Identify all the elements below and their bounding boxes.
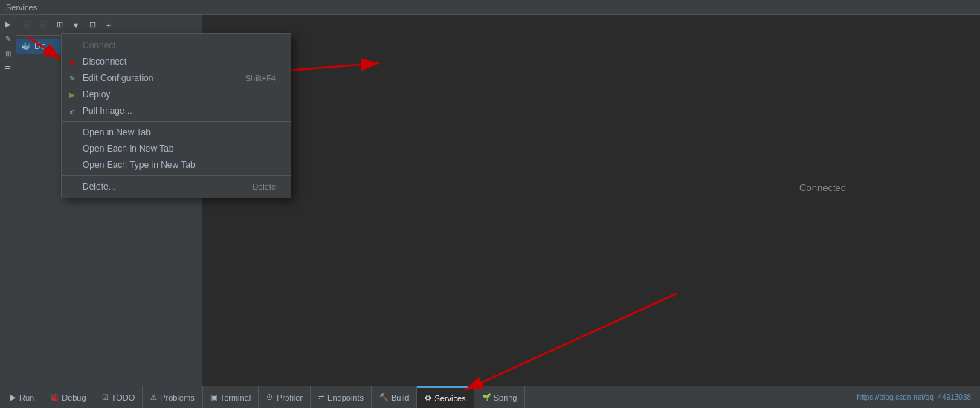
tab-problems-label: Problems <box>160 393 194 402</box>
todo-icon: ☑ <box>102 393 109 401</box>
tab-debug-label: Debug <box>62 393 86 402</box>
tab-problems[interactable]: ⚠ Problems <box>143 386 202 408</box>
left-toolbar-icon-2[interactable]: ✎ <box>2 33 14 45</box>
menu-separator-2 <box>62 175 291 176</box>
docker-icon: 🐳 <box>19 40 31 52</box>
debug-icon: 🐞 <box>50 393 59 401</box>
left-toolbar-icon-4[interactable]: ☰ <box>2 62 14 74</box>
menu-item-pull-label: Pull Image... <box>83 106 132 116</box>
left-toolbar-icon-1[interactable]: ▶ <box>2 18 14 30</box>
bottom-tabs: ▶ Run 🐞 Debug ☑ TODO ⚠ Problems ▣ Termin… <box>0 386 980 408</box>
services-toolbar-btn-3[interactable]: ⊞ <box>52 18 67 33</box>
build-icon: 🔨 <box>379 393 388 401</box>
services-toolbar-btn-2[interactable]: ☰ <box>36 18 51 33</box>
tab-todo[interactable]: ☑ TODO <box>94 386 144 408</box>
menu-item-edit-configuration[interactable]: ✎ Edit Configuration Shift+F4 <box>62 70 291 86</box>
services-toolbar-btn-4[interactable]: ▼ <box>68 18 83 33</box>
connect-icon <box>66 39 78 51</box>
tab-profiler[interactable]: ⏱ Profiler <box>259 386 311 408</box>
deploy-icon: ▶ <box>66 88 78 100</box>
tab-run[interactable]: ▶ Run <box>3 386 42 408</box>
services-toolbar-btn-6[interactable]: + <box>101 18 116 33</box>
pull-icon: ↙ <box>66 105 78 117</box>
tab-debug[interactable]: 🐞 Debug <box>42 386 94 408</box>
menu-item-delete-label: Delete... <box>83 181 116 192</box>
menu-item-connect[interactable]: Connect <box>62 37 291 54</box>
menu-item-pull-image[interactable]: ↙ Pull Image... <box>62 103 291 119</box>
menu-item-edit-label: Edit Configuration <box>83 73 153 83</box>
services-toolbar-btn-1[interactable]: ☰ <box>19 18 34 33</box>
disconnect-icon: ■ <box>66 56 78 68</box>
tab-build-label: Build <box>391 393 409 402</box>
menu-item-open-new-tab[interactable]: Open in New Tab <box>62 124 291 140</box>
title-bar: Services <box>0 0 980 15</box>
url-bar: https://blog.csdn.net/qq_44913038 <box>857 393 977 401</box>
endpoints-icon: ⇌ <box>318 393 324 401</box>
services-toolbar: ☰ ☰ ⊞ ▼ ⊡ + <box>16 15 202 36</box>
title-text: Services <box>6 3 37 12</box>
tab-endpoints-label: Endpoints <box>327 393 364 402</box>
tab-endpoints[interactable]: ⇌ Endpoints <box>311 386 372 408</box>
left-toolbar: ▶ ✎ ⊞ ☰ <box>0 15 16 386</box>
menu-item-disconnect[interactable]: ■ Disconnect <box>62 54 291 70</box>
menu-item-open-each-new-tab[interactable]: Open Each in New Tab <box>62 140 291 157</box>
spring-icon: 🌱 <box>482 393 491 401</box>
menu-item-deploy[interactable]: ▶ Deploy <box>62 86 291 103</box>
delete-icon <box>66 181 78 192</box>
left-toolbar-icon-3[interactable]: ⊞ <box>2 48 14 59</box>
tab-spring[interactable]: 🌱 Spring <box>474 386 526 408</box>
problems-icon: ⚠ <box>150 393 157 401</box>
connected-status: Connected <box>799 182 846 193</box>
tab-todo-label: TODO <box>112 393 135 402</box>
services-toolbar-btn-5[interactable]: ⊡ <box>85 18 100 33</box>
menu-item-delete[interactable]: Delete... Delete <box>62 178 291 195</box>
tab-terminal-label: Terminal <box>220 393 251 402</box>
tab-spring-label: Spring <box>494 393 518 402</box>
tree-item-label: Do <box>34 41 45 51</box>
menu-separator-1 <box>62 121 291 122</box>
menu-item-open-each-type-new-tab[interactable]: Open Each Type in New Tab <box>62 157 291 173</box>
profiler-icon: ⏱ <box>266 393 274 401</box>
main-content: Connected <box>202 15 980 386</box>
terminal-icon: ▣ <box>210 393 217 401</box>
menu-item-connect-label: Connect <box>83 40 116 51</box>
open-tab-icon <box>66 126 78 138</box>
tab-build[interactable]: 🔨 Build <box>372 386 417 408</box>
menu-item-open-each-type-label: Open Each Type in New Tab <box>83 160 196 170</box>
open-each-type-icon <box>66 159 78 171</box>
menu-item-disconnect-label: Disconnect <box>83 56 126 67</box>
tab-profiler-label: Profiler <box>277 393 303 402</box>
menu-item-open-new-tab-label: Open in New Tab <box>83 127 151 137</box>
tab-services[interactable]: ⚙ Services <box>417 386 474 408</box>
services-icon: ⚙ <box>425 394 431 402</box>
tab-services-label: Services <box>434 394 465 403</box>
context-menu: Connect ■ Disconnect ✎ Edit Configuratio… <box>61 33 291 198</box>
menu-item-open-each-label: Open Each in New Tab <box>83 143 174 154</box>
delete-shortcut: Delete <box>252 182 276 191</box>
edit-icon: ✎ <box>66 72 78 84</box>
run-icon: ▶ <box>10 393 16 401</box>
edit-shortcut: Shift+F4 <box>245 74 276 82</box>
menu-item-deploy-label: Deploy <box>83 89 110 100</box>
tab-terminal[interactable]: ▣ Terminal <box>203 386 259 408</box>
open-each-icon <box>66 143 78 155</box>
tab-run-label: Run <box>19 393 34 402</box>
